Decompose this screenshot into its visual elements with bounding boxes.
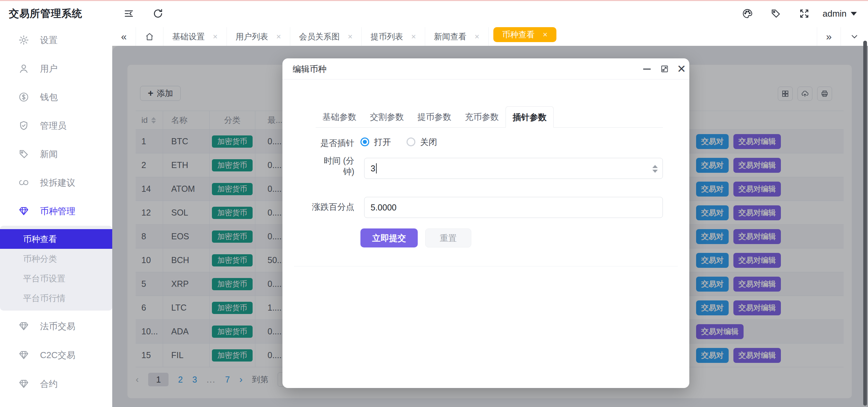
sidebar-item-label: 法币交易 [40, 320, 75, 332]
tabbar-spacer [561, 27, 817, 46]
user-menu[interactable]: admin [823, 0, 857, 27]
tab-close-icon[interactable]: × [475, 32, 479, 41]
tab-提币列表[interactable]: 提币列表× [362, 27, 425, 46]
tab-会员关系图[interactable]: 会员关系图× [290, 27, 362, 46]
app-header: 交易所管理系统 admin [0, 0, 868, 27]
sidebar-item-label: 投拆建议 [40, 177, 75, 189]
shield-icon [18, 119, 30, 132]
modal-tab-基础参数[interactable]: 基础参数 [316, 106, 363, 128]
app-title: 交易所管理系统 [9, 0, 82, 27]
sidebar-item-label: 设置 [40, 34, 58, 46]
modal-tab-插针参数[interactable]: 插针参数 [506, 106, 554, 128]
minimize-icon[interactable] [639, 58, 655, 79]
sidebar-submenu: 币种查看币种分类平台币设置平台币行情 [0, 226, 112, 311]
radio-selected-icon [360, 137, 369, 146]
tab-label: 新闻查看 [434, 31, 467, 42]
modal-divider [294, 266, 678, 266]
maximize-icon[interactable] [657, 58, 672, 79]
collapse-tabs-icon[interactable]: « [112, 27, 136, 46]
sidebar-item-投拆建议[interactable]: 投拆建议 [0, 173, 112, 192]
tab-close-icon[interactable]: × [411, 32, 416, 41]
modal-header: 编辑币种 ✕ [282, 58, 689, 79]
modal-tab-提币参数[interactable]: 提币参数 [411, 106, 458, 128]
time-value: 3 [371, 164, 375, 173]
pin-radio-group: 打开 关闭 [360, 134, 437, 149]
tab-close-icon[interactable]: × [213, 32, 218, 41]
radio-unselected-icon [407, 137, 415, 146]
tab-label: 基础设置 [172, 31, 205, 42]
gear-icon [18, 34, 30, 46]
tab-label: 币种查看 [502, 29, 535, 40]
radio-open-label: 打开 [374, 136, 391, 148]
tag-icon [18, 148, 30, 160]
diamond-icon [18, 205, 30, 217]
user-icon [18, 62, 30, 75]
radio-close[interactable]: 关闭 [407, 136, 437, 148]
radio-open[interactable]: 打开 [360, 136, 391, 148]
sidebar-item-币种管理[interactable]: 币种管理 [0, 202, 112, 221]
sidebar-item-钱包[interactable]: 钱包 [0, 88, 112, 107]
sidebar-item-label: C2C交易 [40, 349, 75, 361]
tab-基础设置[interactable]: 基础设置× [163, 27, 227, 46]
text-caret [376, 163, 377, 173]
refresh-icon[interactable] [149, 0, 167, 27]
vertical-scrollbar[interactable] [863, 41, 867, 406]
percent-label: 涨跌百分点 [312, 201, 354, 212]
modal-tab-交割参数[interactable]: 交割参数 [363, 106, 411, 128]
diamond-icon [18, 378, 30, 390]
user-name: admin [823, 8, 847, 19]
submit-button[interactable]: 立即提交 [360, 228, 418, 247]
sidebar-item-label: 新闻 [40, 148, 58, 160]
sidebar-item-合约[interactable]: 合约 [0, 374, 112, 393]
tab-label: 会员关系图 [299, 31, 340, 42]
caret-down-icon [851, 12, 857, 16]
sidebar-item-新闻[interactable]: 新闻 [0, 145, 112, 164]
spinner-down-icon [652, 170, 658, 173]
tab-用户列表[interactable]: 用户列表× [227, 27, 290, 46]
tab-bar: « 基础设置×用户列表×会员关系图×提币列表×新闻查看×币种查看× » [112, 27, 868, 46]
reset-button[interactable]: 重置 [425, 228, 471, 247]
sidebar-item-label: 钱包 [40, 91, 58, 103]
tab-close-icon[interactable]: × [348, 32, 353, 41]
sidebar: 设置用户钱包管理员新闻投拆建议币种管理 币种查看币种分类平台币设置平台币行情 法… [0, 27, 112, 407]
tab-close-icon[interactable]: × [276, 32, 281, 41]
submenu-item-币种分类[interactable]: 币种分类 [0, 249, 112, 269]
sidebar-item-用户[interactable]: 用户 [0, 59, 112, 78]
number-spinner[interactable] [652, 158, 658, 179]
close-icon[interactable]: ✕ [674, 58, 689, 79]
percent-input[interactable]: 5.0000 [364, 197, 663, 218]
tab-label: 用户列表 [236, 31, 268, 42]
tab-币种查看[interactable]: 币种查看× [493, 27, 556, 42]
fullscreen-icon[interactable] [795, 0, 814, 27]
menu-fold-icon[interactable] [119, 0, 138, 27]
diamond-icon [18, 320, 30, 332]
sidebar-item-label: 用户 [40, 63, 58, 75]
modal-tab-充币参数[interactable]: 充币参数 [458, 106, 506, 128]
pin-label: 是否插针 [303, 137, 354, 148]
tab-close-icon[interactable]: × [543, 30, 548, 39]
modal-tabs: 基础参数交割参数提币参数充币参数插针参数 [316, 106, 663, 128]
sidebar-item-label: 合约 [40, 378, 58, 390]
submenu-item-平台币设置[interactable]: 平台币设置 [0, 269, 112, 288]
tab-新闻查看[interactable]: 新闻查看× [425, 27, 489, 46]
tag-icon[interactable] [766, 0, 785, 27]
sidebar-item-C2C交易[interactable]: C2C交易 [0, 346, 112, 365]
link-icon [18, 177, 30, 189]
sidebar-item-管理员[interactable]: 管理员 [0, 116, 112, 135]
submenu-item-平台币行情[interactable]: 平台币行情 [0, 288, 112, 308]
sidebar-item-法币交易[interactable]: 法币交易 [0, 317, 112, 336]
tab-label: 提币列表 [371, 31, 403, 42]
palette-icon[interactable] [738, 0, 757, 27]
submenu-item-币种查看[interactable]: 币种查看 [0, 229, 112, 249]
expand-tabs-icon[interactable]: » [817, 27, 841, 46]
sidebar-item-label: 管理员 [40, 120, 66, 132]
spinner-up-icon [652, 165, 658, 168]
edit-coin-modal: 编辑币种 ✕ 基础参数交割参数提币参数充币参数插针参数 是否插针 打开 关闭 时… [282, 58, 689, 388]
diamond-icon [18, 349, 30, 361]
time-label: 时间 (分钟) [318, 155, 354, 177]
home-tab[interactable] [136, 27, 163, 46]
sidebar-item-label: 币种管理 [40, 205, 75, 217]
sidebar-item-设置[interactable]: 设置 [0, 31, 112, 50]
home-icon [145, 32, 154, 41]
time-input[interactable]: 3 [364, 158, 663, 179]
